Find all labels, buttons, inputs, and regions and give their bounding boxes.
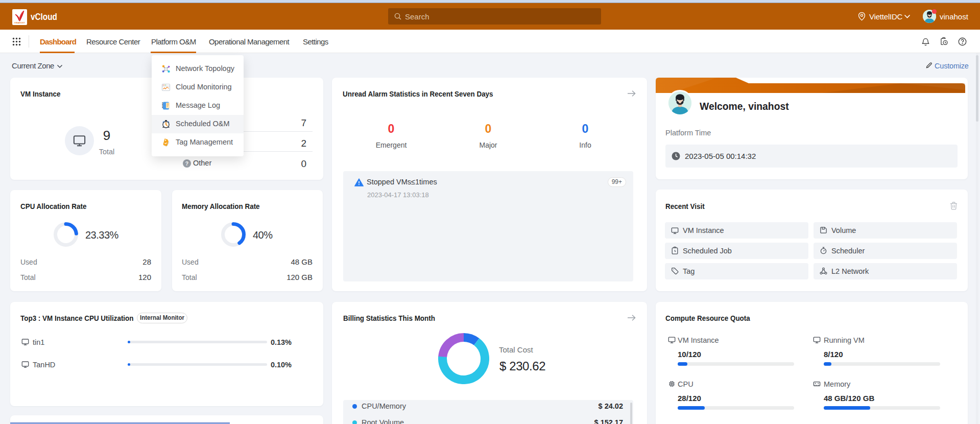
- svg-text:?: ?: [185, 160, 188, 167]
- svg-text:VINAHOST: VINAHOST: [14, 22, 25, 24]
